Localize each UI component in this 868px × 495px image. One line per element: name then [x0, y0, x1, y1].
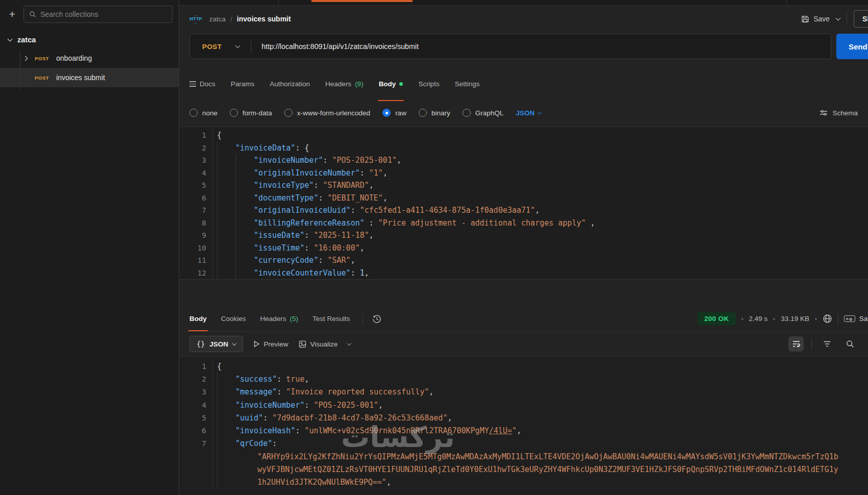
radio-icon[interactable] — [284, 109, 293, 117]
raw-language-select[interactable]: JSON — [516, 109, 541, 117]
save-options-chevron[interactable] — [836, 16, 841, 21]
token: : — [365, 217, 378, 230]
response-tab-cookies[interactable]: Cookies — [221, 306, 246, 331]
collection-search-box[interactable] — [23, 6, 173, 23]
sidebar-item-onboarding[interactable]: POSTonboarding — [0, 48, 179, 68]
code-line: 6"documentType": "DEBIT_NOTE", — [179, 192, 868, 205]
token: "documentType" — [254, 192, 318, 205]
tab-docs[interactable]: Docs — [189, 66, 215, 101]
send-button[interactable]: Send — [836, 34, 868, 59]
breadcrumb-request-name[interactable]: invoices submit — [237, 15, 291, 23]
response-format-select[interactable]: {} JSON — [189, 336, 243, 352]
line-number: 7 — [179, 437, 213, 450]
request-name: onboarding — [56, 54, 92, 62]
history-icon[interactable] — [372, 314, 381, 324]
indent-guide — [217, 437, 235, 450]
share-button[interactable]: Share — [854, 10, 868, 28]
response-tab-test-results[interactable]: Test Results — [312, 306, 350, 331]
schema-button[interactable]: Schema — [819, 109, 858, 117]
method-chevron-icon[interactable] — [235, 43, 240, 48]
more-formats-chevron[interactable] — [347, 341, 351, 345]
token: "qrCode" — [235, 437, 272, 450]
code-text: "qrCode": — [217, 437, 281, 450]
line-number — [179, 476, 213, 489]
indent-guide — [217, 154, 235, 167]
token: , — [387, 476, 391, 489]
filter-icon[interactable] — [819, 336, 835, 352]
token: : { — [295, 142, 309, 155]
breadcrumb-collection[interactable]: zatca — [209, 15, 226, 23]
preview-button[interactable]: Preview — [253, 340, 288, 348]
body-mode-label: form-data — [243, 109, 272, 117]
line-number: 10 — [179, 242, 213, 255]
visualize-label: Visualize — [310, 340, 338, 348]
token: , — [365, 267, 369, 280]
token: , — [360, 242, 365, 255]
body-mode-label: none — [202, 109, 218, 117]
radio-icon[interactable] — [189, 109, 198, 117]
tab-divider — [786, 0, 787, 5]
indent-guide — [235, 179, 254, 192]
response-body-editor[interactable]: 1{2"success": true,3"message": "Invoice … — [179, 356, 868, 495]
chevron-right-icon[interactable] — [23, 56, 28, 61]
response-search-icon[interactable] — [842, 336, 858, 352]
radio-icon[interactable] — [230, 109, 238, 117]
code-text: "currencyCode": "SAR", — [217, 254, 355, 267]
body-mode-graphql[interactable]: GraphQL — [463, 109, 504, 117]
active-tab-accent — [311, 0, 413, 2]
body-mode-form-data[interactable]: form-data — [230, 109, 272, 117]
tab-body[interactable]: Body — [379, 66, 403, 101]
wrap-indent — [235, 476, 257, 489]
tab-authorization[interactable]: Authorization — [270, 66, 310, 101]
new-collection-button[interactable]: + — [5, 7, 19, 21]
wrap-indent — [235, 463, 257, 476]
chevron-down-icon — [232, 341, 236, 345]
dot-separator — [741, 318, 743, 320]
sidebar-collection-zatca[interactable]: zatca — [0, 31, 179, 48]
token: "message" — [235, 386, 277, 399]
dot-separator — [815, 318, 817, 320]
response-tab-headers[interactable]: Headers(5) — [260, 306, 299, 331]
token: "Price adjustment - additional charges a… — [378, 217, 586, 230]
tab-params[interactable]: Params — [231, 66, 255, 101]
body-mode-none[interactable]: none — [189, 109, 218, 117]
body-mode-x-www-form-urlencoded[interactable]: x-www-form-urlencoded — [284, 109, 370, 117]
line-number: 4 — [179, 399, 213, 411]
token: , — [304, 373, 309, 385]
tab-headers[interactable]: Headers(9) — [325, 66, 364, 101]
token: "DEBIT_NOTE" — [328, 192, 383, 205]
url-input[interactable]: http://localhost:8091/api/v1/zatca/invoi… — [261, 42, 419, 51]
wrap-text-button[interactable] — [788, 336, 804, 352]
tab-scripts[interactable]: Scripts — [418, 66, 439, 101]
request-body-editor[interactable]: 1{2"invoiceData": {3"invoiceNumber": "PO… — [179, 127, 868, 280]
response-tools — [788, 336, 858, 352]
indent-guide — [217, 386, 235, 399]
sidebar-item-invoices-submit[interactable]: POSTinvoices submit — [0, 68, 179, 87]
tab-settings[interactable]: Settings — [455, 66, 480, 101]
globe-icon[interactable] — [823, 314, 832, 324]
token: "invoiceHash" — [235, 424, 295, 437]
token: " — [512, 424, 517, 437]
response-tab-body[interactable]: Body — [189, 306, 207, 331]
token: "1" — [369, 167, 383, 180]
save-button[interactable]: Save — [801, 15, 830, 23]
save-response-button[interactable]: e.g. Save Response — [844, 315, 868, 323]
token: , — [351, 254, 355, 267]
indent-guide — [217, 476, 235, 489]
floppy-icon — [801, 15, 809, 23]
chevron-down-icon — [8, 37, 13, 42]
visualize-button[interactable]: Visualize — [299, 340, 338, 348]
radio-icon[interactable] — [382, 109, 391, 117]
code-line: 5"uuid": "7d9dacbf-21b8-4cd7-8a92-26c53c… — [179, 411, 868, 424]
search-input[interactable] — [40, 10, 167, 18]
body-mode-raw[interactable]: raw — [382, 109, 406, 117]
method-select[interactable]: POST — [202, 43, 222, 51]
url-box[interactable]: POST http://localhost:8091/api/v1/zatca/… — [189, 34, 831, 59]
tab-label: Test Results — [312, 315, 350, 323]
token: "originalInvoiceNumber" — [254, 167, 360, 180]
example-icon: e.g. — [844, 315, 855, 322]
radio-icon[interactable] — [463, 109, 471, 117]
radio-icon[interactable] — [419, 109, 427, 117]
body-mode-binary[interactable]: binary — [419, 109, 450, 117]
sidebar: + zatca POSTonboardingPOSTinvoices submi… — [0, 0, 179, 495]
